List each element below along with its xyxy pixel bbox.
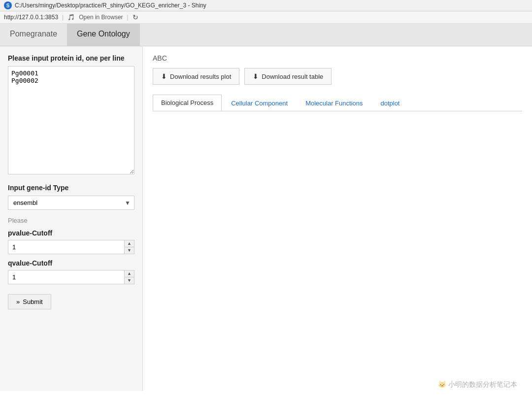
download-table-button[interactable]: ⬇ Download result table (244, 68, 332, 85)
title-bar: S C:/Users/mingy/Desktop/practice/R_shin… (0, 0, 532, 11)
qvalue-input-wrapper: ▲ ▼ (8, 270, 134, 284)
tab-pomegranate[interactable]: Pomegranate (0, 24, 67, 46)
submit-icon: » (16, 298, 20, 305)
protein-input-label: Please input protein id, one per line (8, 54, 134, 62)
window-icon: S (4, 1, 12, 9)
protein-textarea[interactable]: Pg00001 Pg00002 (8, 66, 134, 174)
pvalue-spin-up[interactable]: ▲ (125, 240, 134, 247)
content-tabs: Biological Process Cellular Component Mo… (153, 95, 522, 111)
please-text: Please (8, 217, 134, 224)
submit-label: Submit (23, 298, 42, 305)
qvalue-cutoff-label: qvalue-Cutoff (8, 259, 134, 267)
download-plot-button[interactable]: ⬇ Download results plot (153, 68, 239, 85)
gene-id-select-wrapper: ensembl entrez uniprot ▼ (8, 196, 134, 210)
tab-molecular-functions[interactable]: Molecular Functions (297, 95, 371, 111)
tab-gene-ontology[interactable]: Gene Ontology (67, 24, 140, 46)
refresh-icon[interactable]: ↻ (133, 13, 138, 21)
qvalue-spin-up[interactable]: ▲ (125, 270, 134, 277)
nav-tabs-bar: Pomegranate Gene Ontology (0, 24, 532, 46)
main-layout: Please input protein id, one per line Pg… (0, 46, 532, 391)
qvalue-spin-buttons: ▲ ▼ (124, 270, 134, 284)
open-browser-button[interactable]: Open in Browser (79, 14, 123, 21)
pvalue-input-wrapper: ▲ ▼ (8, 240, 134, 254)
tab-cellular-component[interactable]: Cellular Component (223, 95, 296, 111)
gene-id-select[interactable]: ensembl entrez uniprot (8, 196, 134, 210)
tab-dotplot[interactable]: dotplot (372, 95, 408, 111)
gene-id-label: Input gene-id Type (8, 184, 134, 192)
pvalue-input[interactable] (8, 240, 124, 254)
address-bar: http://127.0.0.1:3853 | 🎵 Open in Browse… (0, 11, 532, 24)
content-header-label: ABC (153, 54, 522, 62)
watermark: 🐱 小明的数据分析笔记本 (438, 380, 517, 389)
download-table-label: Download result table (262, 73, 323, 80)
content-area: ABC ⬇ Download results plot ⬇ Download r… (143, 46, 532, 391)
pvalue-cutoff-label: pvalue-Cutoff (8, 229, 134, 237)
qvalue-spin-down[interactable]: ▼ (125, 277, 134, 284)
button-row: ⬇ Download results plot ⬇ Download resul… (153, 68, 522, 85)
download-plot-icon: ⬇ (161, 72, 167, 80)
sidebar: Please input protein id, one per line Pg… (0, 46, 143, 391)
download-table-icon: ⬇ (253, 72, 259, 80)
window-title: C:/Users/mingy/Desktop/practice/R_shiny/… (15, 2, 528, 9)
separator: | (62, 14, 64, 21)
tab-biological-process[interactable]: Biological Process (153, 95, 222, 111)
pvalue-spin-down[interactable]: ▼ (125, 247, 134, 254)
pvalue-spin-buttons: ▲ ▼ (124, 240, 134, 254)
download-plot-label: Download results plot (170, 73, 231, 80)
url-text: http://127.0.0.1:3853 (4, 14, 58, 21)
submit-button[interactable]: » Submit (8, 294, 51, 309)
page-icon: 🎵 (67, 14, 75, 21)
qvalue-input[interactable] (8, 270, 124, 284)
separator2: | (127, 14, 129, 21)
